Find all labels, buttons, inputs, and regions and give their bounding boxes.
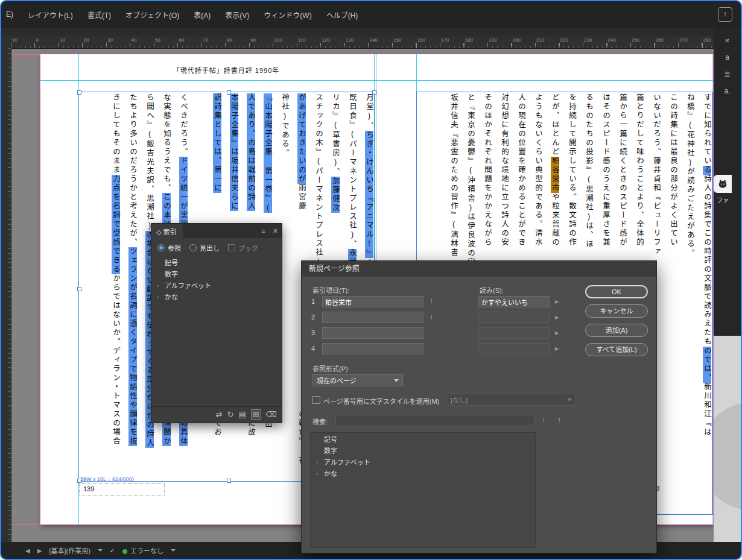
- disclosure-triangle-icon[interactable]: ›: [157, 280, 159, 292]
- disclosure-triangle-icon[interactable]: ›: [316, 468, 318, 480]
- close-icon[interactable]: ✕: [269, 227, 282, 235]
- apply-char-style-checkbox[interactable]: [312, 396, 320, 404]
- yomi-input-4[interactable]: [478, 343, 550, 354]
- ruler-tick-label: 30: [107, 37, 113, 43]
- yomi-input-1[interactable]: [478, 296, 550, 307]
- selected-text-run: 加藤健次: [331, 177, 340, 213]
- delete-entry-icon[interactable]: ⌫: [266, 410, 277, 420]
- radio-reference[interactable]: 参照: [157, 243, 181, 253]
- create-page-reference-icon[interactable]: ⇄: [216, 410, 223, 420]
- add-button[interactable]: 追加(A): [585, 324, 648, 337]
- indesign-window: E) レイアウト(L) 書式(T) オブジェクト(O) 表(A) 表示(V) ウ…: [0, 0, 742, 560]
- guide-header-horizontal[interactable]: [40, 80, 713, 81]
- chevron-down-icon[interactable]: [98, 549, 103, 552]
- search-input[interactable]: [335, 415, 534, 426]
- frame-handle[interactable]: [372, 90, 376, 95]
- menu-item-table[interactable]: 表(A): [186, 10, 218, 20]
- char-style-select[interactable]: [なし]: [446, 394, 576, 406]
- add-all-button[interactable]: すべて追加(L): [585, 343, 648, 356]
- character-panel-icon[interactable]: a: [714, 53, 741, 61]
- update-preview-icon[interactable]: ↻: [227, 410, 234, 420]
- row-number: 1: [308, 298, 315, 305]
- flyout-triangle-icon[interactable]: ▶: [555, 346, 559, 351]
- ruler-tick-label: 210: [536, 37, 544, 43]
- dock-collapse-icon[interactable]: «: [714, 36, 741, 45]
- menu-item-view[interactable]: 表示(V): [218, 10, 256, 20]
- menu-item-help[interactable]: ヘルプ(H): [319, 10, 366, 20]
- text-run: 雨宮慶: [297, 184, 306, 211]
- vertical-ruler[interactable]: [1, 48, 11, 542]
- text-run: どが、ほとんど: [551, 93, 559, 157]
- search-up-icon[interactable]: ↑: [557, 415, 561, 424]
- status-text: エラーなし: [130, 547, 163, 555]
- menu-item-layout[interactable]: レイアウト(L): [21, 10, 80, 20]
- topic-input-1[interactable]: [322, 296, 423, 307]
- index-panel-tab[interactable]: ◇ 索引: [151, 224, 183, 238]
- frame-handle[interactable]: [77, 287, 81, 291]
- text-column[interactable]: この詩集には最良の部分がよく出てい: [668, 93, 678, 514]
- topic-input-3[interactable]: [322, 327, 423, 339]
- menu-item-type[interactable]: 書式(T): [80, 10, 118, 20]
- search-list-item[interactable]: 数字: [311, 445, 535, 457]
- search-down-icon[interactable]: ↓: [542, 415, 545, 424]
- checkbox-book[interactable]: ブック: [228, 243, 258, 253]
- search-list-item[interactable]: ›アルファベット: [311, 457, 535, 468]
- preflight-preset[interactable]: [基本](作業用): [49, 546, 90, 555]
- running-head-title[interactable]: 「現代詩手帖」詩書月評 1990年: [78, 65, 374, 75]
- dialog-title[interactable]: 新規ページ参照: [302, 261, 656, 277]
- frame-handle[interactable]: [77, 90, 81, 95]
- flyout-triangle-icon[interactable]: ▶: [555, 315, 559, 320]
- search-result-list: 記号 数字 ›アルファベット ›かな: [310, 432, 536, 548]
- page-next-icon[interactable]: ▶: [37, 547, 42, 554]
- index-list-item[interactable]: 数字: [151, 269, 282, 280]
- menu-item-edit-partial[interactable]: E): [1, 10, 21, 19]
- ruler-tick-label: 230: [584, 37, 592, 43]
- index-list-item[interactable]: 記号: [151, 257, 282, 269]
- search-list-item[interactable]: ›かな: [311, 468, 535, 480]
- text-column[interactable]: たちより多いのだろうかと考えたが、ツェランが名詞に憑くタイプで物語性や韻律を抜: [127, 93, 138, 481]
- text-run: 新川和江『は: [703, 383, 711, 437]
- disclosure-triangle-icon[interactable]: ›: [316, 457, 318, 468]
- frame-handle[interactable]: [227, 479, 231, 483]
- paragraph-panel-icon[interactable]: a.: [714, 87, 741, 95]
- panel-menu-icon[interactable]: ≡: [258, 227, 268, 234]
- ok-button[interactable]: OK: [585, 285, 648, 298]
- disclosure-triangle-icon[interactable]: ›: [157, 292, 159, 303]
- index-list-item[interactable]: ›かな: [151, 292, 282, 303]
- char-style-value: [なし]: [451, 395, 468, 404]
- frame-handle[interactable]: [227, 90, 231, 95]
- ref-format-select[interactable]: 現在のページ: [312, 374, 403, 386]
- text-column[interactable]: ね橋』(花神社)が読みごたえがある。: [685, 93, 695, 514]
- ref-format-value: 現在のページ: [317, 376, 357, 385]
- yomi-input-2[interactable]: [478, 312, 550, 323]
- cat-panel-tab[interactable]: [714, 175, 732, 193]
- text-column[interactable]: きにしてもそのまま力点を名詞で受感できるからではないか。ディラン・トマスの場合: [110, 93, 121, 481]
- page-prev-icon[interactable]: ◀: [25, 547, 30, 554]
- ruler-origin[interactable]: [1, 36, 11, 49]
- flyout-triangle-icon[interactable]: ▶: [555, 330, 559, 336]
- menu-item-object[interactable]: オブジェクト(O): [118, 10, 186, 20]
- ruler-tick-label: 190: [489, 37, 496, 43]
- horizontal-ruler[interactable]: 1001020304050607080901001101201301401501…: [11, 36, 714, 49]
- text-column[interactable]: すでに知られている詩人の詩集でこの時評の文脈で読みえたものでは、新川和江『は: [702, 93, 712, 514]
- sort-down-icon[interactable]: ↓: [430, 312, 433, 321]
- folio-frame-left[interactable]: 139: [79, 483, 165, 496]
- ruler-tick-label: 90: [250, 37, 256, 43]
- topic-input-2[interactable]: [322, 312, 423, 323]
- search-list-item[interactable]: 記号: [311, 434, 535, 445]
- index-panel-header[interactable]: ◇ 索引 ≡ ✕: [151, 224, 282, 238]
- chevron-down-icon[interactable]: [171, 549, 176, 552]
- new-index-entry-icon[interactable]: ⊞: [251, 409, 261, 420]
- flyout-triangle-icon[interactable]: ▶: [555, 299, 559, 304]
- topic-input-4[interactable]: [322, 343, 423, 354]
- menu-item-window[interactable]: ウィンドウ(W): [256, 10, 319, 20]
- generate-index-icon[interactable]: ▤: [238, 410, 246, 420]
- sort-up-icon[interactable]: ↑: [430, 297, 433, 305]
- preflight-status[interactable]: エラーなし: [122, 546, 163, 555]
- yomi-input-3[interactable]: [478, 327, 550, 339]
- pages-panel-icon[interactable]: ≣: [714, 70, 741, 78]
- index-list-item[interactable]: ›アルファベット: [151, 280, 282, 292]
- cancel-button[interactable]: キャンセル: [585, 304, 648, 318]
- radio-heading[interactable]: 見出し: [189, 243, 220, 253]
- share-icon[interactable]: ↑: [718, 7, 732, 22]
